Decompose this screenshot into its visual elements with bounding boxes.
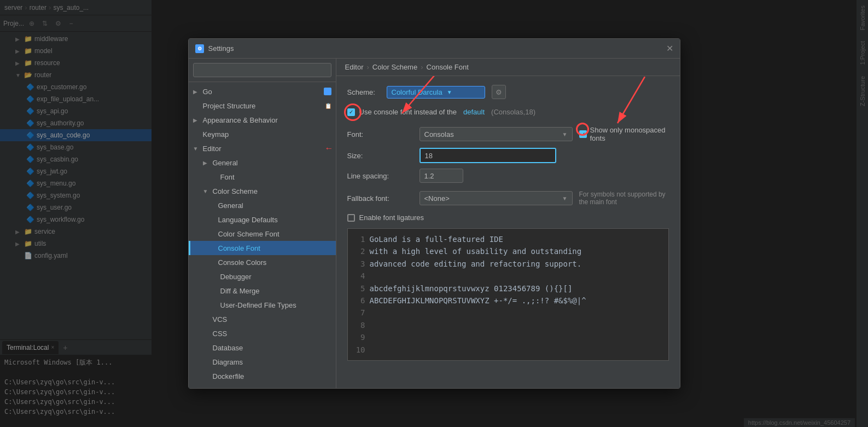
stree-arrow-general: ▶ <box>203 160 211 166</box>
settings-tree-content: ▶ Go ▶ Project Structure 📋 ▶ <box>189 82 336 388</box>
preview-line-7: 7 <box>354 307 662 319</box>
ligatures-row: Enable font ligatures <box>347 214 669 222</box>
stree-vcs[interactable]: ▶ VCS <box>189 312 336 326</box>
preview-line-1: 1 GoLand is a full-featured IDE <box>354 233 662 245</box>
preview-line-10: 10 <box>354 344 662 356</box>
go-icon <box>324 88 331 95</box>
line-spacing-label: Line spacing: <box>347 172 413 180</box>
use-console-font-label: Use console font instead of the <box>359 108 457 116</box>
show-mono-checkbox[interactable]: ✓ <box>579 130 587 138</box>
scheme-label: Scheme: <box>347 88 380 96</box>
stree-project-structure[interactable]: ▶ Project Structure 📋 <box>189 99 336 113</box>
settings-title: Settings <box>208 44 666 53</box>
settings-icon: ⚙ <box>195 44 204 53</box>
settings-search-area <box>189 59 336 82</box>
size-row: Size: <box>347 148 669 163</box>
ligatures-checkbox[interactable] <box>347 214 355 222</box>
stree-keymap[interactable]: ▶ Keymap <box>189 127 336 141</box>
scheme-select-dropdown[interactable]: Colorful Darcula ▼ <box>387 86 485 99</box>
breadcrumb-color-scheme: Color Scheme <box>372 63 417 71</box>
preview-line-3: 3 advanced code editing and refactoring … <box>354 258 662 270</box>
stree-arrow-go: ▶ <box>193 89 201 95</box>
stree-cs-general[interactable]: General <box>189 198 336 212</box>
scheme-row: Scheme: Colorful Darcula ▼ ⚙ <box>347 85 669 99</box>
stree-arrow-editor: ▼ <box>193 146 201 152</box>
breadcrumb-console-font: Console Font <box>427 63 469 71</box>
use-console-font-checkbox[interactable]: ✓ <box>347 108 355 116</box>
stree-diff-merge[interactable]: ▶ Diff & Merge <box>189 284 336 298</box>
font-dropdown-arrow: ▼ <box>562 131 568 137</box>
show-mono-row: ✓ Show only monospaced fonts <box>579 126 669 142</box>
settings-window: ⚙ Settings ✕ ▶ Go <box>188 38 680 389</box>
fallback-dropdown-arrow: ▼ <box>562 195 568 201</box>
line-spacing-row: Line spacing: <box>347 169 669 183</box>
ligatures-label: Enable font ligatures <box>359 214 424 222</box>
stree-css[interactable]: ▶ CSS <box>189 326 336 341</box>
settings-dialog-overlay: ⚙ Settings ✕ ▶ Go <box>0 0 868 427</box>
font-select[interactable]: Consolas ▼ <box>420 127 573 141</box>
stree-editor[interactable]: ▼ Editor ← <box>189 141 336 155</box>
font-label: Font: <box>347 130 413 139</box>
scheme-gear-button[interactable]: ⚙ <box>492 85 506 99</box>
preview-line-8: 8 <box>354 319 662 331</box>
default-value: (Consolas,18) <box>491 108 535 116</box>
preview-line-2: 2 with a high level of usability and out… <box>354 245 662 257</box>
fallback-row: Fallback font: <None> ▼ For symbols not … <box>347 191 669 206</box>
settings-titlebar: ⚙ Settings ✕ <box>189 39 680 59</box>
stree-color-scheme[interactable]: ▼ Color Scheme <box>189 184 336 198</box>
font-preview: 1 GoLand is a full-featured IDE 2 with a… <box>347 228 669 361</box>
line-spacing-input[interactable] <box>420 169 463 183</box>
stree-appearance[interactable]: ▶ Appearance & Behavior <box>189 113 336 127</box>
size-input[interactable] <box>420 148 556 163</box>
stree-debugger[interactable]: ▶ Debugger <box>189 269 336 284</box>
stree-diagrams[interactable]: ▶ Diagrams <box>189 355 336 369</box>
settings-close-button[interactable]: ✕ <box>666 43 673 54</box>
breadcrumb-editor: Editor <box>345 63 364 71</box>
stree-go[interactable]: ▶ Go <box>189 84 336 99</box>
fallback-select[interactable]: <None> ▼ <box>420 191 573 205</box>
stree-database[interactable]: ▶ Database <box>189 341 336 355</box>
preview-line-4: 4 <box>354 270 662 282</box>
use-console-font-row: ✓ Use console font instead of the defaul… <box>347 108 669 116</box>
stree-arrow-appearance: ▶ <box>193 117 201 123</box>
font-row: Font: Consolas ▼ ✓ Sh <box>347 126 669 142</box>
default-link[interactable]: default <box>463 108 485 116</box>
active-indicator <box>189 241 190 255</box>
settings-body: ▶ Go ▶ Project Structure 📋 ▶ <box>189 59 680 388</box>
stree-dockerfile[interactable]: ▶ Dockerfile <box>189 369 336 383</box>
settings-tree-panel: ▶ Go ▶ Project Structure 📋 ▶ <box>189 59 336 388</box>
settings-content-breadcrumb: Editor › Color Scheme › Console Font <box>336 59 680 76</box>
stree-arrow-cs: ▼ <box>203 188 211 194</box>
stree-console-colors[interactable]: Console Colors <box>189 255 336 269</box>
fallback-note: For symbols not supported by the main fo… <box>579 191 669 206</box>
stree-lang-defaults[interactable]: Language Defaults <box>189 212 336 227</box>
stree-editorconfig[interactable]: ▶ EditorConfig <box>189 383 336 388</box>
show-mono-label-text: Show only monospaced fonts <box>590 126 669 142</box>
settings-search-input[interactable] <box>193 63 331 77</box>
size-label: Size: <box>347 152 413 160</box>
project-structure-icon: 📋 <box>325 103 331 109</box>
stree-cs-font[interactable]: Color Scheme Font <box>189 227 336 241</box>
settings-main-area: Scheme: Colorful Darcula ▼ ⚙ <box>336 76 680 388</box>
fallback-label: Fallback font: <box>347 194 413 203</box>
scheme-dropdown-arrow: ▼ <box>447 89 452 95</box>
settings-content-panel: Editor › Color Scheme › Console Font Sch… <box>336 59 680 388</box>
stree-font[interactable]: ▶ Font <box>189 170 336 184</box>
preview-line-9: 9 <box>354 331 662 343</box>
preview-line-6: 6 ABCDEFGHIJKLMNOPQRSTUVWXYZ +-*/= .,;:!… <box>354 295 662 307</box>
annotation-arrow-editor: ← <box>325 143 334 153</box>
preview-line-5: 5 abcdefghijklmnopqrstuvwxyz 0123456789 … <box>354 282 662 295</box>
stree-console-font[interactable]: Console Font <box>189 241 336 255</box>
stree-general[interactable]: ▶ General <box>189 155 336 170</box>
stree-user-file-types[interactable]: ▶ User-Defined File Types <box>189 298 336 312</box>
